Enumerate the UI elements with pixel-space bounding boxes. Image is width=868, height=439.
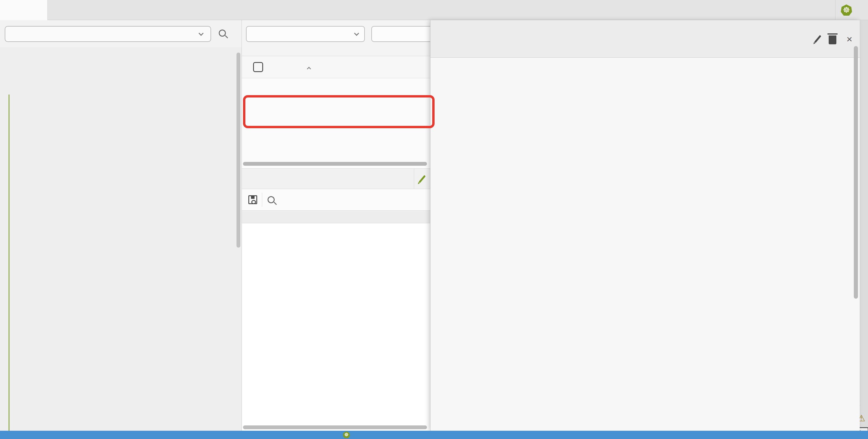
namespace-toolbar: [242, 20, 430, 56]
chevron-down-icon: [199, 31, 204, 36]
lens-window: ☸: [0, 0, 868, 439]
kubeconfig-row: [0, 20, 242, 47]
services-workspace: [242, 20, 430, 431]
close-icon[interactable]: ×: [846, 34, 852, 44]
status-bar: ☸: [0, 431, 868, 439]
drawer-header: ×: [430, 20, 860, 58]
navigator-sidebar: [0, 20, 242, 431]
table-header: [242, 56, 430, 78]
red-annotation-box: [243, 95, 435, 128]
editor-horizontal-scrollbar[interactable]: [243, 426, 427, 429]
table-search-input[interactable]: [371, 26, 430, 42]
search-icon[interactable]: [219, 30, 226, 37]
yaml-editor[interactable]: [242, 223, 430, 431]
sidebar-scrollbar[interactable]: [237, 53, 240, 247]
save-icon[interactable]: [248, 195, 257, 204]
drawer-scrollbar[interactable]: [854, 46, 858, 299]
editing-bar: [242, 210, 430, 223]
select-all-checkbox[interactable]: [253, 62, 263, 72]
drawer-actions: ×: [817, 20, 852, 58]
edit-pencil-icon[interactable]: [814, 35, 821, 43]
kubernetes-icon: ☸: [343, 431, 350, 438]
toolbar-divider: [262, 193, 262, 207]
kubeconfig-selector[interactable]: [5, 26, 211, 42]
tab-bar: ☸: [0, 0, 868, 20]
editor-toolbar: [242, 189, 430, 210]
editor-search-icon[interactable]: [268, 196, 275, 203]
chevron-down-icon: [354, 31, 359, 36]
namespace-selector[interactable]: [246, 26, 365, 42]
cluster-tree: [0, 51, 242, 431]
right-edge-strip: ⚠ >_: [860, 20, 868, 431]
drawer-body: [430, 58, 860, 431]
prometheusrule-edit-cell[interactable]: [414, 169, 430, 189]
edit-pencil-icon: [418, 175, 426, 183]
tab-partial[interactable]: ☸: [835, 0, 868, 20]
table-horizontal-scrollbar[interactable]: [243, 162, 427, 166]
navigator-panel-header: [0, 0, 48, 20]
delete-trash-icon[interactable]: [829, 35, 836, 44]
sort-asc-icon[interactable]: [307, 66, 310, 71]
kubernetes-icon: ☸: [841, 4, 852, 16]
service-details-drawer: ×: [430, 20, 860, 431]
prometheusrule-bar: [242, 168, 430, 189]
